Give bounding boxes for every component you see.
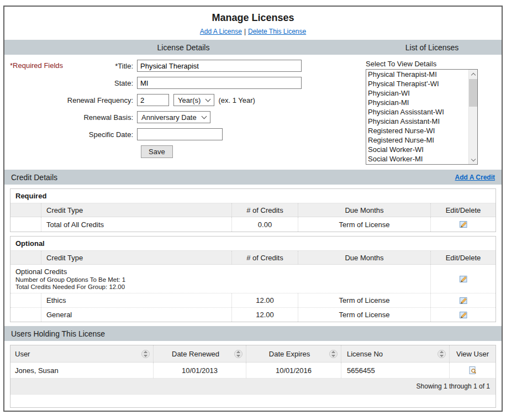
edit-credit-icon[interactable] — [459, 311, 468, 319]
edit-credit-icon[interactable] — [459, 296, 468, 305]
top-links: Add A License|Delete This License — [4, 28, 502, 35]
specific-date-label: Specific Date: — [4, 130, 137, 139]
add-credit-link[interactable]: Add A Credit — [455, 174, 495, 181]
license-details-bar: License Details List of Licenses — [4, 40, 502, 55]
add-license-link[interactable]: Add A License — [200, 28, 242, 35]
due-months-cell: Term of License — [298, 308, 430, 322]
users-holding-bar: Users Holding This License — [4, 326, 502, 341]
table-row: Total of All Credits 0.00 Term of Licens… — [10, 217, 496, 232]
state-label: State: — [4, 79, 137, 87]
renewal-frequency-input[interactable] — [137, 94, 169, 106]
scroll-down-icon[interactable] — [469, 155, 477, 164]
date-renewed-value: 10/01/2013 — [157, 366, 243, 375]
required-fields-note: *Required Fields — [10, 61, 63, 70]
list-of-licenses-header: List of Licenses — [362, 43, 502, 52]
scroll-up-icon[interactable] — [469, 70, 477, 78]
license-option[interactable]: Physician-MI — [366, 98, 468, 107]
select-to-view-label: Select To View Details — [366, 60, 502, 68]
user-name: Jones, Susan — [15, 366, 59, 375]
title-input[interactable] — [137, 60, 302, 72]
edit-delete-header: Edit/Delete — [430, 203, 496, 217]
spacer-cell — [10, 217, 41, 232]
license-option[interactable]: Physical Therapist-MI — [366, 70, 468, 79]
date-renewed-header-label: Date Renewed — [157, 350, 234, 358]
listbox-scrollbar[interactable] — [468, 70, 477, 164]
licenses-listbox[interactable]: Physical Therapist-MI Physical Therapist… — [366, 69, 478, 165]
license-no-header-label: License No — [347, 350, 383, 358]
table-row: Ethics 12.00 Term of License — [10, 293, 496, 307]
view-user-cell — [449, 363, 496, 378]
date-renewed-column-header: Date Renewed — [153, 345, 246, 362]
view-user-header-label: View User — [456, 350, 489, 358]
license-option[interactable]: Registered Nurse-WI — [366, 126, 468, 135]
edit-credit-icon[interactable] — [459, 275, 468, 284]
user-cell: Jones, Susan — [10, 363, 153, 378]
pagination-status: Showing 1 through 1 of 1 — [10, 379, 496, 395]
edit-credit-icon[interactable] — [459, 220, 468, 229]
license-no-column-header: License No — [341, 345, 449, 362]
manage-licenses-window: Manage Licenses Add A License|Delete Thi… — [3, 6, 503, 412]
specific-date-row: Specific Date: — [4, 128, 361, 140]
num-credits-cell: 12.00 — [231, 293, 298, 307]
license-option[interactable]: Physician Assistant-MI — [366, 117, 468, 126]
save-button[interactable]: Save — [141, 145, 173, 158]
optional-group-title: Optional Credits — [15, 267, 425, 276]
date-expires-value: 10/01/2016 — [250, 366, 338, 375]
credit-type-header: Credit Type — [41, 251, 231, 264]
license-no-cell: 5656455 — [341, 363, 449, 378]
state-input[interactable] — [137, 77, 302, 89]
license-option[interactable]: Registered Nurse-MI — [366, 135, 468, 145]
spacer-cell — [10, 203, 41, 217]
credit-type-cell: Ethics — [41, 293, 231, 307]
spacer-cell — [10, 308, 41, 322]
optional-group-info: Optional Credits Number of Group Options… — [10, 265, 430, 293]
license-option[interactable]: Physician Assisstant-WI — [366, 107, 468, 117]
required-credits-table: Required Credit Type # of Credits Due Mo… — [10, 188, 496, 232]
view-user-column-header: View User — [449, 345, 496, 362]
license-details-section: *Required Fields *Title: State: Renewal … — [4, 55, 502, 170]
table-row: General 12.00 Term of License — [10, 307, 496, 322]
add-credit-link-wrap: Add A Credit — [455, 174, 502, 181]
users-holding-header: Users Holding This License — [4, 329, 105, 338]
scrollbar-thumb[interactable] — [469, 79, 477, 107]
delete-license-link[interactable]: Delete This License — [248, 28, 306, 35]
group-total-line: Total Credits Needed For Group: 12.00 — [15, 284, 425, 290]
sort-license-no-icon[interactable] — [438, 349, 446, 359]
license-details-header: License Details — [4, 43, 362, 52]
optional-group-row: Optional Credits Number of Group Options… — [10, 265, 496, 293]
renewal-basis-value: Anniversary Date — [141, 113, 197, 122]
num-credits-header: # of Credits — [231, 251, 298, 264]
view-user-icon[interactable] — [468, 366, 477, 375]
due-months-cell: Term of License — [298, 293, 430, 307]
sort-date-renewed-icon[interactable] — [234, 349, 243, 359]
date-expires-header-label: Date Expires — [250, 350, 329, 358]
renewal-frequency-label: Renewal Frequency: — [4, 96, 137, 104]
optional-credits-table: Optional Credit Type # of Credits Due Mo… — [10, 236, 496, 322]
state-row: State: — [4, 77, 361, 89]
sort-date-expires-icon[interactable] — [329, 349, 338, 359]
due-months-header: Due Months — [298, 203, 430, 217]
num-credits-cell: 12.00 — [231, 308, 298, 322]
required-title: Required — [10, 189, 496, 203]
credits-header-row: Credit Type # of Credits Due Months Edit… — [10, 203, 496, 217]
spacer-cell — [10, 293, 41, 307]
chevron-down-icon — [205, 96, 211, 102]
credit-details-bar: Credit Details Add A Credit — [4, 170, 502, 185]
renewal-frequency-unit-select[interactable]: Year(s) — [173, 94, 214, 106]
license-option[interactable]: Physical Therapist'-WI — [366, 79, 468, 88]
specific-date-input[interactable] — [137, 128, 223, 140]
renewal-basis-select[interactable]: Anniversary Date — [137, 111, 210, 123]
spacer-cell — [10, 251, 41, 264]
license-option[interactable]: Physician-WI — [366, 88, 468, 98]
optional-title: Optional — [10, 237, 496, 251]
license-option[interactable]: Social Worker-MI — [366, 154, 468, 164]
renewal-frequency-row: Renewal Frequency: Year(s) (ex. 1 Year) — [4, 94, 361, 106]
edit-delete-cell — [430, 217, 496, 232]
license-option[interactable]: Social Worker-WI — [366, 145, 468, 154]
sort-user-icon[interactable] — [141, 349, 150, 359]
credit-type-cell: Total of All Credits — [41, 217, 231, 232]
renewal-frequency-hint: (ex. 1 Year) — [218, 96, 255, 104]
group-options-line: Number of Group Options To Be Met: 1 — [15, 276, 425, 283]
license-form: *Title: State: Renewal Frequency: Year(s… — [4, 60, 361, 170]
due-months-cell: Term of License — [298, 217, 430, 232]
